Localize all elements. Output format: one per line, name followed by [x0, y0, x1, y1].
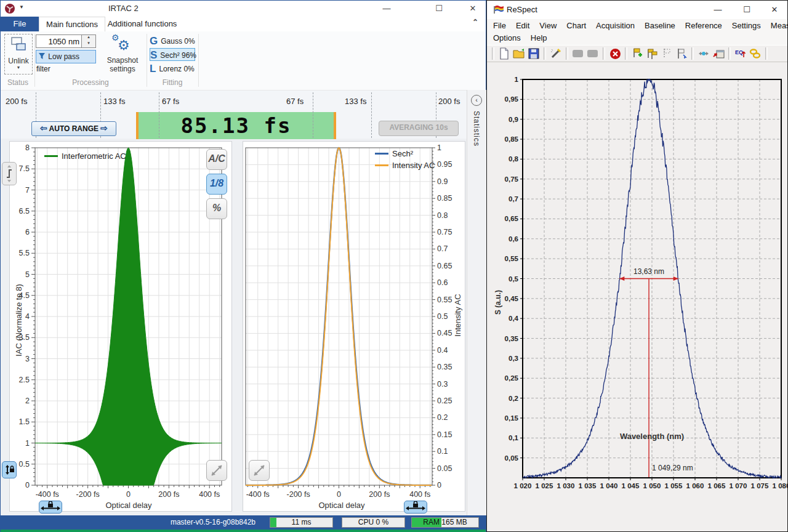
menu-file[interactable]: File — [488, 20, 511, 31]
statistics-tab[interactable]: Statistics — [472, 111, 481, 147]
svg-text:0.4: 0.4 — [437, 346, 448, 355]
svg-text:0,6: 0,6 — [509, 235, 518, 243]
menu-edit[interactable]: Edit — [511, 20, 534, 31]
tab-additional-functions[interactable]: Additional functions — [105, 17, 179, 31]
probe-setup-icon[interactable] — [549, 47, 563, 60]
percent-button[interactable]: % — [206, 198, 227, 219]
averaging-button[interactable]: AVERAGING 10s — [379, 121, 459, 136]
menu-settings[interactable]: Settings — [727, 20, 766, 31]
menu-view[interactable]: View — [534, 20, 561, 31]
marker-dashed-icon[interactable] — [659, 47, 674, 60]
markers-icon[interactable] — [645, 47, 659, 60]
fit-view-button[interactable] — [206, 460, 227, 481]
close-icon[interactable]: ✕ — [764, 2, 785, 18]
svg-text:0,3: 0,3 — [509, 355, 518, 362]
cursor-move-icon[interactable] — [696, 47, 711, 60]
svg-text:0,85: 0,85 — [505, 135, 519, 143]
fit-sech2-button[interactable]: SSech² 96% — [150, 48, 195, 61]
svg-text:400 fs: 400 fs — [199, 490, 220, 499]
menu-baseline[interactable]: Baseline — [640, 20, 680, 31]
svg-text:5.5: 5.5 — [19, 249, 30, 257]
svg-text:0,75: 0,75 — [505, 175, 519, 183]
marker-goto-icon[interactable] — [674, 47, 689, 60]
cursor-left — [136, 112, 139, 139]
maximize-icon[interactable]: ☐ — [736, 2, 757, 18]
svg-text:0,8: 0,8 — [509, 155, 519, 163]
save-icon[interactable] — [526, 47, 541, 60]
scale-label: 67 fs — [162, 97, 179, 106]
maximize-icon[interactable]: ☐ — [425, 1, 453, 17]
open-file-icon[interactable] — [512, 47, 526, 60]
svg-text:0.3: 0.3 — [437, 380, 448, 389]
irtac-app-icon[interactable] — [4, 3, 15, 14]
svg-text:13,63 nm: 13,63 nm — [633, 267, 664, 276]
unlink-button[interactable]: Unlink ▼ — [4, 34, 33, 75]
svg-text:1 040: 1 040 — [600, 482, 618, 490]
x-lock-icon — [39, 501, 62, 513]
auto-range-button[interactable]: ⇦ AUTO RANGE ⇨ — [31, 121, 116, 136]
minimize-icon[interactable]: — — [372, 1, 401, 17]
snapshot-label-1: Snapshot — [100, 56, 145, 65]
toolbar-separator — [492, 47, 494, 60]
stop-icon[interactable] — [608, 47, 622, 60]
svg-text:0,45: 0,45 — [505, 295, 519, 302]
menu-acquisition[interactable]: Acquisition — [591, 20, 640, 31]
spectrum-chart-area: 0,050,10,150,20,250,30,350,40,450,50,550… — [487, 62, 787, 531]
link-spectra-icon[interactable] — [748, 47, 763, 60]
menu-options[interactable]: Options — [488, 32, 526, 44]
svg-text:200 fs: 200 fs — [158, 490, 179, 499]
acquire-dark-icon[interactable] — [571, 47, 585, 60]
tab-main-functions[interactable]: Main functions — [39, 17, 105, 31]
minimize-icon[interactable]: — — [707, 2, 728, 18]
statistics-panel-strip: ‹ Statistics — [467, 90, 486, 515]
new-document-icon[interactable] — [497, 47, 512, 60]
ac-legend: Sech² Intensity AC — [375, 149, 435, 172]
autoscale-icon — [2, 163, 16, 185]
wavelength-spinner[interactable]: 1050 nm ▲ ▼ — [36, 34, 96, 48]
irtac-window: ▼ IRTAC 2 — ☐ ✕ File Main functions Addi… — [0, 0, 486, 532]
legend-swatch — [44, 155, 58, 157]
fit-gauss-button[interactable]: GGauss 0% — [150, 34, 195, 47]
svg-text:0,05: 0,05 — [505, 454, 519, 462]
statistics-expand-icon[interactable]: ‹ — [471, 95, 482, 106]
menu-reference[interactable]: Reference — [680, 20, 727, 31]
low-pass-filter-button[interactable]: Low pass filter — [36, 50, 96, 63]
ram-indicator[interactable]: RAM 165 MB — [411, 517, 479, 528]
svg-text:0,65: 0,65 — [505, 215, 519, 222]
interferometric-chart: 00.511.522.533.544.555.566.577.58-400 fs… — [10, 142, 231, 511]
spinner-down-icon[interactable]: ▼ — [82, 41, 95, 47]
acquire-reference-icon[interactable] — [585, 47, 600, 60]
svg-text:7: 7 — [25, 186, 30, 195]
svg-text:0.35: 0.35 — [437, 363, 452, 371]
svg-text:-200 fs: -200 fs — [287, 490, 310, 499]
menu-chart[interactable]: Chart — [561, 20, 591, 31]
fit-lorenz-button[interactable]: LLorenz 0% — [150, 62, 195, 75]
ribbon-tab-bar: File Main functions Additional functions… — [1, 17, 486, 32]
y-axis-lock-button[interactable] — [2, 461, 17, 478]
toolbar-separator — [625, 47, 627, 60]
fit-view-button[interactable] — [249, 460, 270, 481]
irtac-status-bar: master-v0.5-16-g08b842b 11 ms CPU 0 % RA… — [1, 515, 486, 530]
x-axis-lock-button-mid[interactable] — [404, 501, 427, 514]
loop-time-indicator[interactable]: 11 ms — [270, 517, 333, 528]
fitting-group-label: Fitting — [147, 78, 198, 87]
close-icon[interactable]: ✕ — [459, 1, 487, 17]
one-eighth-button[interactable]: 1/8 — [206, 174, 227, 195]
ribbon-collapse-icon[interactable]: ⌃ — [472, 18, 478, 26]
x-lock-icon — [404, 501, 427, 513]
autoscale-y-button[interactable] — [2, 162, 17, 185]
ac-ratio-button[interactable]: A/C — [206, 149, 227, 170]
export-window-icon[interactable] — [711, 47, 726, 60]
cpu-indicator[interactable]: CPU 0 % — [342, 517, 405, 528]
marker-add-icon[interactable] — [630, 47, 645, 60]
tab-file[interactable]: File — [1, 17, 39, 31]
quick-access-dropdown-icon[interactable]: ▼ — [19, 4, 24, 10]
svg-text:0,95: 0,95 — [505, 95, 519, 103]
menu-measure[interactable]: Measure — [766, 20, 788, 31]
equation-icon[interactable]: EQ — [733, 47, 748, 60]
x-axis-lock-button-left[interactable] — [39, 501, 62, 514]
menu-help[interactable]: Help — [526, 32, 552, 44]
legend-swatch — [375, 153, 388, 155]
legend-swatch — [375, 164, 388, 166]
svg-text:1: 1 — [25, 439, 30, 448]
